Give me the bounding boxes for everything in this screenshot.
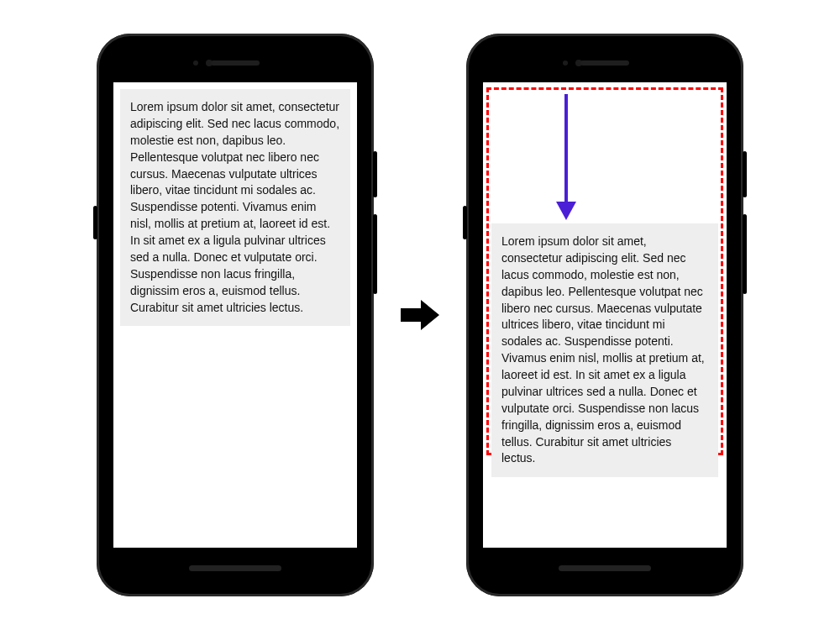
phone-bottom-bezel [105,548,365,588]
phone-top-bezel [475,42,735,82]
phone-volume-button [743,214,747,294]
down-arrow-icon [554,94,579,220]
phone-earpiece [580,60,629,66]
phone-home-indicator [559,565,651,571]
phone-bottom-bezel [475,548,735,588]
phone-after: Lorem ipsum dolor sit amet, consectetur … [466,34,743,596]
phone-sensor [563,60,568,66]
phone-power-button [373,151,377,197]
phone-before: Lorem ipsum dolor sit amet, consectetur … [97,34,374,596]
text-block-before: Lorem ipsum dolor sit amet, consectetur … [120,89,350,326]
phone-earpiece [211,60,260,66]
phone-screen-after: Lorem ipsum dolor sit amet, consectetur … [483,82,727,548]
phone-power-button [743,151,747,197]
phone-sensor [193,60,198,66]
phone-body: Lorem ipsum dolor sit amet, consectetur … [105,42,365,588]
text-block-after: Lorem ipsum dolor sit amet, consectetur … [491,223,718,477]
phone-top-bezel [105,42,365,82]
svg-marker-2 [556,202,576,220]
phone-home-indicator [189,565,281,571]
phone-volume-button [373,214,377,294]
phone-side-button [93,206,97,239]
phone-screen-before: Lorem ipsum dolor sit amet, consectetur … [113,82,357,548]
svg-marker-0 [401,300,439,330]
phone-body: Lorem ipsum dolor sit amet, consectetur … [475,42,735,588]
phone-side-button [463,206,467,239]
diagram-stage: Lorem ipsum dolor sit amet, consectetur … [42,24,798,606]
transition-arrow-icon [399,294,441,336]
